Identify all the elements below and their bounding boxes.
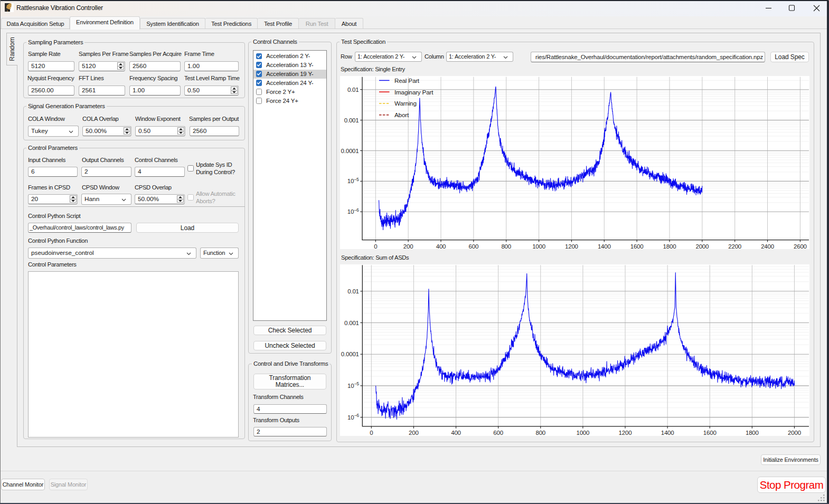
svg-text:0.0001: 0.0001 [341, 351, 359, 358]
svg-text:400: 400 [436, 243, 446, 249]
svg-text:600: 600 [493, 430, 503, 436]
svg-text:1000: 1000 [576, 430, 589, 436]
svg-text:800: 800 [501, 243, 511, 249]
svg-text:2400: 2400 [761, 243, 774, 249]
svg-text:0.0001: 0.0001 [341, 147, 359, 154]
svg-text:800: 800 [535, 430, 545, 436]
svg-text:400: 400 [451, 430, 461, 436]
svg-text:0: 0 [370, 430, 373, 436]
svg-text:Real Part: Real Part [394, 77, 420, 83]
svg-text:Imaginary Part: Imaginary Part [394, 88, 434, 95]
svg-text:0.01: 0.01 [347, 86, 359, 92]
svg-text:1600: 1600 [703, 430, 717, 436]
svg-text:0.01: 0.01 [347, 288, 359, 294]
svg-text:0: 0 [374, 243, 377, 249]
svg-text:1400: 1400 [598, 243, 611, 249]
svg-text:200: 200 [409, 430, 419, 436]
svg-text:2600: 2600 [794, 243, 807, 249]
svg-text:0.001: 0.001 [344, 320, 359, 326]
svg-text:0.001: 0.001 [344, 117, 359, 123]
svg-text:1400: 1400 [661, 430, 674, 436]
svg-text:1200: 1200 [619, 430, 632, 436]
svg-text:Abort: Abort [394, 111, 409, 118]
svg-text:2200: 2200 [728, 243, 741, 249]
svg-text:1600: 1600 [630, 243, 644, 249]
svg-text:600: 600 [469, 243, 479, 249]
svg-text:Warning: Warning [394, 100, 417, 107]
svg-text:2000: 2000 [695, 243, 709, 249]
svg-text:1000: 1000 [532, 243, 545, 249]
svg-text:1800: 1800 [746, 430, 759, 436]
svg-text:200: 200 [403, 243, 413, 249]
svg-text:2000: 2000 [788, 430, 801, 436]
svg-text:1200: 1200 [565, 243, 578, 249]
svg-text:1800: 1800 [663, 243, 676, 249]
